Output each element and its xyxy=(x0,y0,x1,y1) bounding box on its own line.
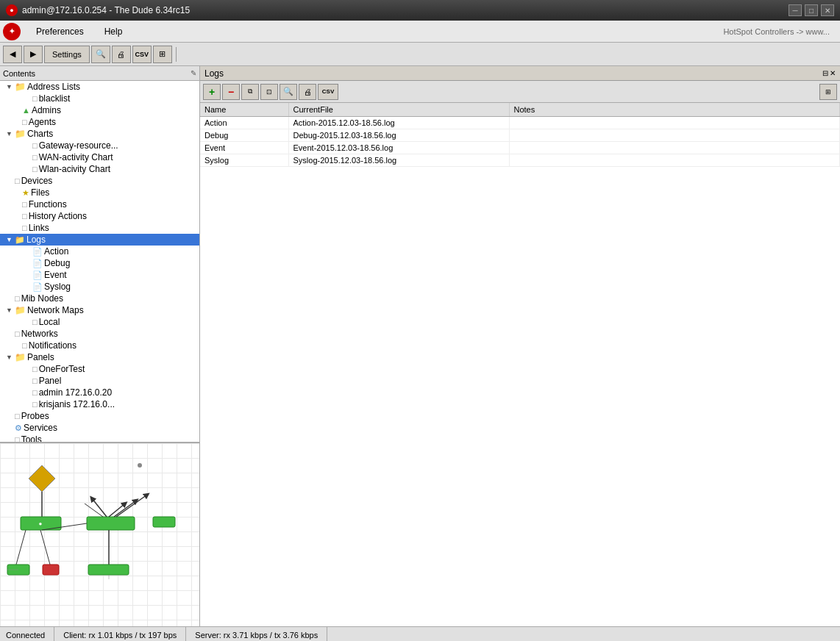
tree-label: Logs xyxy=(26,234,46,245)
sidebar-item-wlan-activity[interactable]: ▶ □ Wlan-acivity Chart xyxy=(0,163,199,175)
col-header-file[interactable]: CurrentFile xyxy=(288,103,509,117)
sidebar-item-admin-172[interactable]: ▶ □ admin 172.16.0.20 xyxy=(0,387,199,398)
expand-icon: ▼ xyxy=(6,83,13,90)
log-notes-cell xyxy=(509,129,840,142)
sidebar-item-networks[interactable]: ▶ □ Networks xyxy=(0,328,199,340)
expand-icon: ▶ xyxy=(24,248,31,255)
add-log-button[interactable]: + xyxy=(203,84,221,100)
sidebar-item-agents[interactable]: ▶ □ Agents xyxy=(0,116,199,128)
sidebar-item-wan-activity[interactable]: ▶ □ WAN-activity Chart xyxy=(0,151,199,163)
tree-label: blacklist xyxy=(39,93,71,104)
header-right: HotSpot Controllers -> www... xyxy=(723,27,837,36)
sidebar-item-network-maps[interactable]: ▼ 📁 Network Maps xyxy=(0,304,199,316)
panel-float-button[interactable]: ⊟ xyxy=(822,69,828,77)
tree-label: admin 172.16.0.20 xyxy=(39,387,112,398)
tree-label: Wlan-acivity Chart xyxy=(39,164,110,174)
log-notes-cell xyxy=(509,142,840,154)
sidebar-item-action[interactable]: ▶ 📄 Action xyxy=(0,246,199,257)
preferences-menu[interactable]: Preferences xyxy=(26,24,93,40)
search-log-button[interactable]: 🔍 xyxy=(280,84,297,100)
sidebar-item-syslog[interactable]: ▶ 📄 Syslog xyxy=(0,281,199,293)
sidebar-item-functions[interactable]: ▶ □ Functions xyxy=(0,198,199,210)
table-row[interactable]: Event Event-2015.12.03-18.56.log xyxy=(200,142,840,154)
col-header-name[interactable]: Name xyxy=(200,103,288,117)
duplicate-log-button[interactable]: ⧉ xyxy=(241,84,259,100)
special-icon: ▲ xyxy=(22,106,30,115)
sidebar-item-logs[interactable]: ▼ 📁 Logs xyxy=(0,234,199,246)
tree-label: Files xyxy=(31,187,49,198)
sidebar-item-probes[interactable]: ▶ □ Probes xyxy=(0,410,199,422)
expand-icon: ▶ xyxy=(6,412,13,420)
file-icon: □ xyxy=(32,376,38,385)
find-button[interactable]: 🔍 xyxy=(91,46,110,63)
sidebar-item-krisjanis[interactable]: ▶ □ krisjanis 172.16.0... xyxy=(0,398,199,410)
sidebar-item-debug[interactable]: ▶ 📄 Debug xyxy=(0,257,199,269)
expand-icon: ▶ xyxy=(24,165,31,173)
remove-log-button[interactable]: − xyxy=(222,84,240,100)
file-icon: □ xyxy=(32,318,38,326)
col-header-notes[interactable]: Notes xyxy=(509,103,840,117)
tree-header: Contents ✎ xyxy=(0,66,199,81)
sidebar-item-links[interactable]: ▶ □ Links xyxy=(0,222,199,234)
back-button[interactable]: ◀ xyxy=(3,46,22,63)
view-log-button[interactable]: ⊡ xyxy=(260,84,278,100)
expand-icon: ▶ xyxy=(24,142,31,149)
main-container: Contents ✎ ▼ 📁 Address Lists ▶ □ blackli… xyxy=(0,66,840,626)
print-button[interactable]: 🖨 xyxy=(112,46,131,63)
panel-close-button[interactable]: ✕ xyxy=(830,69,836,77)
sidebar-item-panels[interactable]: ▼ 📁 Panels xyxy=(0,351,199,363)
expand-icon: ▶ xyxy=(13,342,21,349)
settings-button[interactable]: Settings xyxy=(44,46,90,63)
print-log-button[interactable]: 🖨 xyxy=(299,84,316,100)
help-menu[interactable]: Help xyxy=(95,24,132,40)
sidebar-item-mib-nodes[interactable]: ▶ □ Mib Nodes xyxy=(0,293,199,304)
expand-icon: ▶ xyxy=(13,201,21,208)
tree-label: Notifications xyxy=(29,340,76,351)
expand-icon: ▶ xyxy=(6,330,13,337)
table-row[interactable]: Action Action-2015.12.03-18.56.log xyxy=(200,117,840,129)
expand-icon: ▶ xyxy=(24,389,31,396)
csv-button[interactable]: CSV xyxy=(132,46,152,63)
expand-icon: ▶ xyxy=(13,118,21,126)
expand-icon: ▶ xyxy=(13,107,21,114)
sidebar-item-event[interactable]: ▶ 📄 Event xyxy=(0,269,199,281)
minimize-button[interactable]: ─ xyxy=(789,4,802,16)
sidebar-item-gateway-resource[interactable]: ▶ □ Gateway-resource... xyxy=(0,140,199,151)
sidebar-item-local[interactable]: ▶ □ Local xyxy=(0,316,199,328)
menu-bar: ✦ Preferences Help HotSpot Controllers -… xyxy=(0,21,840,43)
log-notes-cell xyxy=(509,154,840,167)
tree-label: Services xyxy=(24,423,57,433)
sidebar-item-services[interactable]: ▶ ⚙ Services xyxy=(0,422,199,434)
folder-icon: □ xyxy=(15,435,20,443)
sidebar-item-address-lists[interactable]: ▼ 📁 Address Lists xyxy=(0,81,199,93)
forward-button[interactable]: ▶ xyxy=(24,46,43,63)
sidebar-item-charts[interactable]: ▼ 📁 Charts xyxy=(0,128,199,140)
maximize-button[interactable]: □ xyxy=(805,4,818,16)
sidebar-item-history-actions[interactable]: ▶ □ History Actions xyxy=(0,210,199,222)
sidebar-item-panel[interactable]: ▶ □ Panel xyxy=(0,375,199,387)
csv-log-button[interactable]: CSV xyxy=(318,84,338,100)
server-stats: Server: rx 3.71 kbps / tx 3.76 kbps xyxy=(195,631,318,640)
table-row[interactable]: Syslog Syslog-2015.12.03-18.56.log xyxy=(200,154,840,167)
sidebar-item-notifications[interactable]: ▶ □ Notifications xyxy=(0,340,199,351)
layout-log-button[interactable]: ⊞ xyxy=(819,84,837,100)
sidebar-item-files[interactable]: ▶ ★ Files xyxy=(0,187,199,198)
sidebar-item-blacklist[interactable]: ▶ □ blacklist xyxy=(0,93,199,104)
file-icon: □ xyxy=(22,223,27,232)
log-name-cell: Syslog xyxy=(200,154,288,167)
table-row[interactable]: Debug Debug-2015.12.03-18.56.log xyxy=(200,129,840,142)
map-canvas[interactable]: ● xyxy=(0,443,199,626)
file-icon: □ xyxy=(22,341,27,350)
connected-label: Connected xyxy=(6,631,45,640)
app-icon: ● xyxy=(6,4,18,16)
sidebar-item-tools[interactable]: ▶ □ Tools xyxy=(0,434,199,443)
sidebar-item-admins[interactable]: ▶ ▲ Admins xyxy=(0,104,199,116)
sidebar-item-devices[interactable]: ▶ □ Devices xyxy=(0,175,199,187)
layout-button[interactable]: ⊞ xyxy=(153,46,172,63)
sidebar-item-onefortest[interactable]: ▶ □ OneForTest xyxy=(0,363,199,375)
tree-label: Networks xyxy=(21,329,58,339)
file-icon: □ xyxy=(22,200,27,209)
close-button[interactable]: ✕ xyxy=(821,4,834,16)
server-status: Server: rx 3.71 kbps / tx 3.76 kbps xyxy=(186,627,327,641)
expand-icon: ▼ xyxy=(6,354,13,361)
